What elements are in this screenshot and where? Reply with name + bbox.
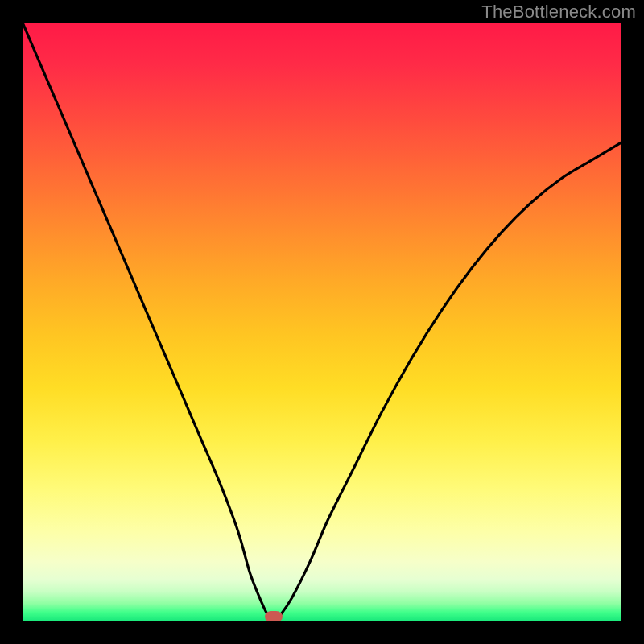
watermark-text: TheBottleneck.com	[481, 2, 636, 23]
optimal-point-marker	[265, 611, 283, 621]
plot-area	[23, 23, 621, 621]
chart-frame: TheBottleneck.com	[0, 0, 644, 644]
bottleneck-curve	[23, 23, 621, 621]
